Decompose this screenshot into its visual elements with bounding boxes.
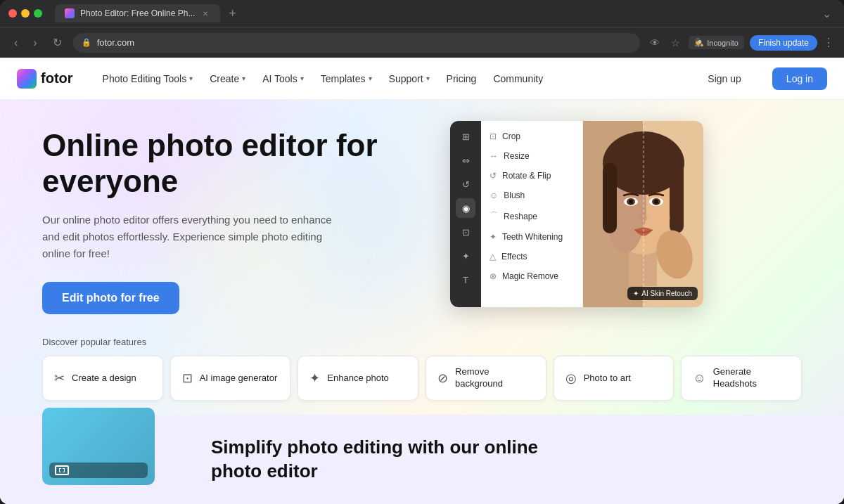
blush-icon: ☺	[490, 190, 498, 200]
editor-canvas: ✦ AI Skin Retouch	[583, 121, 703, 307]
nav-templates[interactable]: Templates ▾	[314, 69, 379, 89]
editor-tool-eye[interactable]: ◉	[456, 198, 475, 218]
logo[interactable]: fotor	[17, 69, 73, 89]
nav-ai-tools[interactable]: AI Tools ▾	[255, 69, 311, 89]
editor-tool-effects[interactable]: ✦	[456, 246, 475, 266]
edit-photo-button[interactable]: Edit photo for free	[42, 282, 179, 314]
active-tab[interactable]: Photo Editor: Free Online Ph... ✕	[55, 4, 220, 22]
editor-tool-rotate[interactable]: ↺	[456, 174, 475, 194]
menu-item-teeth[interactable]: ✦ Teeth Whitening	[481, 227, 582, 247]
feature-enhance-photo[interactable]: ✦ Enhance photo	[298, 356, 418, 401]
menu-item-teeth-label: Teeth Whitening	[502, 232, 563, 242]
eye-off-icon[interactable]: 👁	[647, 34, 663, 51]
editor-tool-crop[interactable]: ⊡	[456, 222, 475, 242]
more-menu-button[interactable]: ⋮	[823, 36, 834, 49]
tab-title: Photo Editor: Free Online Ph...	[80, 8, 195, 18]
login-button[interactable]: Log in	[772, 67, 827, 90]
website: fotor Photo Editing Tools ▾ Create ▾ AI …	[0, 58, 844, 504]
chevron-down-icon: ▾	[242, 75, 245, 82]
ai-skin-retouch-badge: ✦ AI Skin Retouch	[627, 287, 698, 300]
menu-item-blush-label: Blush	[504, 190, 525, 200]
hero-description: Our online photo editor offers everythin…	[42, 212, 352, 262]
nav-pricing[interactable]: Pricing	[440, 69, 484, 89]
menu-item-effects[interactable]: △ Effects	[481, 247, 582, 266]
menu-item-resize-label: Resize	[504, 151, 530, 161]
editor-tool-grid[interactable]: ⊞	[456, 127, 475, 146]
rotate-icon: ↺	[490, 171, 497, 181]
tab-favicon	[65, 8, 75, 18]
minimize-button[interactable]	[21, 9, 30, 18]
menu-item-reshape-label: Reshape	[504, 212, 537, 221]
logo-icon	[17, 69, 37, 89]
feature-photo-art-label: Photo to art	[584, 373, 631, 385]
editor-tool-resize[interactable]: ⇔	[456, 150, 475, 170]
chevron-down-icon: ▾	[426, 75, 430, 82]
nav-community[interactable]: Community	[486, 69, 550, 89]
forward-button[interactable]: ›	[29, 34, 41, 52]
nav-photo-editing-tools[interactable]: Photo Editing Tools ▾	[96, 69, 200, 89]
feature-ai-generator-label: AI image generator	[200, 373, 278, 385]
new-tab-button[interactable]: +	[223, 6, 242, 21]
ai-icon: ✦	[633, 290, 639, 297]
main-nav: fotor Photo Editing Tools ▾ Create ▾ AI …	[0, 58, 844, 100]
editor-tool-text[interactable]: T	[456, 270, 475, 290]
tab-close-button[interactable]: ✕	[200, 8, 210, 18]
feature-create-design-label: Create a design	[72, 373, 136, 385]
menu-item-effects-label: Effects	[501, 252, 527, 261]
nav-support[interactable]: Support ▾	[382, 69, 437, 89]
finish-update-button[interactable]: Finish update	[750, 35, 817, 51]
menu-item-blush[interactable]: ☺ Blush	[481, 186, 582, 205]
tab-bar: Photo Editor: Free Online Ph... ✕ +	[55, 4, 431, 22]
toolbar-right: 👁 ☆ 🕵 Incognito Finish update ⋮	[647, 34, 834, 51]
feature-ai-image-generator[interactable]: ⊡ AI image generator	[170, 356, 291, 401]
hero-section: Online photo editor for everyone Our onl…	[0, 100, 844, 504]
ai-generator-icon: ⊡	[182, 370, 193, 386]
feature-generate-headshots[interactable]: ☺ Generate Headshots	[681, 356, 802, 401]
address-bar[interactable]: 🔒 fotor.com	[73, 33, 641, 53]
incognito-label: Incognito	[707, 39, 738, 47]
back-button[interactable]: ‹	[10, 34, 22, 52]
frame-icon	[55, 465, 69, 475]
close-button[interactable]	[8, 9, 17, 18]
effects-icon: △	[490, 252, 496, 261]
nav-ai-tools-label: AI Tools	[262, 73, 298, 84]
menu-item-resize[interactable]: ↔ Resize	[481, 146, 582, 166]
feature-remove-background[interactable]: ⊘ Remove background	[426, 356, 546, 401]
refresh-button[interactable]: ↻	[49, 33, 66, 52]
resize-icon: ↔	[490, 151, 498, 161]
nav-community-label: Community	[493, 73, 543, 84]
bottom-title: Simplify photo editing with our online p…	[211, 436, 563, 484]
url-text: fotor.com	[97, 37, 134, 48]
signup-button[interactable]: Sign up	[699, 69, 749, 89]
chevron-down-icon: ▾	[369, 75, 372, 82]
teeth-icon: ✦	[490, 232, 497, 242]
title-bar: Photo Editor: Free Online Ph... ✕ + ⌄	[0, 0, 844, 27]
image-overlay	[49, 463, 148, 478]
menu-item-rotate-label: Rotate & Flip	[502, 171, 551, 181]
menu-item-crop-label: Crop	[502, 131, 520, 141]
menu-item-magic-label: Magic Remove	[502, 271, 558, 281]
feature-photo-to-art[interactable]: ◎ Photo to art	[554, 356, 674, 401]
nav-photo-editing-tools-label: Photo Editing Tools	[103, 73, 187, 84]
nav-create[interactable]: Create ▾	[203, 69, 252, 89]
svg-rect-7	[670, 163, 684, 233]
collapse-button[interactable]: ⌄	[818, 6, 836, 22]
menu-item-magic-remove[interactable]: ⊗ Magic Remove	[481, 266, 582, 286]
chevron-down-icon: ▾	[189, 75, 193, 82]
menu-item-reshape[interactable]: ⌒ Reshape	[481, 205, 582, 227]
menu-item-rotate[interactable]: ↺ Rotate & Flip	[481, 166, 582, 186]
star-icon[interactable]: ☆	[668, 34, 683, 51]
menu-item-crop[interactable]: ⊡ Crop	[481, 127, 582, 146]
nav-items: Photo Editing Tools ▾ Create ▾ AI Tools …	[96, 69, 551, 89]
nav-templates-label: Templates	[321, 73, 366, 84]
maximize-button[interactable]	[34, 9, 42, 18]
feature-enhance-label: Enhance photo	[327, 373, 388, 385]
headshots-icon: ☺	[693, 371, 705, 386]
feature-create-design[interactable]: ✂ Create a design	[42, 356, 163, 401]
svg-rect-2	[629, 251, 657, 286]
portrait-svg	[583, 121, 703, 307]
bottom-text-area: Simplify photo editing with our online p…	[42, 436, 802, 484]
bottom-section: Simplify photo editing with our online p…	[0, 415, 844, 504]
photo-art-icon: ◎	[565, 370, 577, 386]
features-grid: ✂ Create a design ⊡ AI image generator ✦…	[42, 356, 802, 401]
